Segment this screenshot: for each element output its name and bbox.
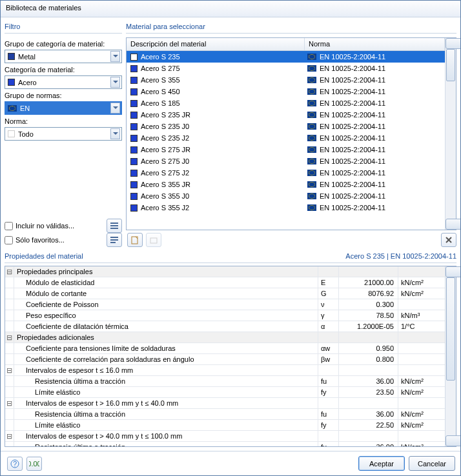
property-name: Resistencia última a tracción — [14, 442, 318, 446]
property-value: 36.00 — [339, 376, 398, 386]
eu-flag-icon — [8, 105, 17, 112]
property-value: 0.950 — [339, 343, 398, 353]
include-invalid-checkbox[interactable] — [5, 222, 13, 230]
property-name: Peso específico — [14, 310, 318, 321]
property-symbol: fy — [318, 420, 339, 430]
scroll-thumb[interactable] — [446, 49, 455, 81]
material-desc: Acero S 235 — [141, 53, 180, 61]
material-row[interactable]: Acero S 355 J0EN 10025-2:2004-11 — [127, 190, 445, 202]
property-row: Módulo de elasticidadE21000.00kN/cm² — [5, 277, 445, 288]
ok-button[interactable]: Aceptar — [358, 456, 405, 471]
list-check-icon — [110, 235, 119, 244]
material-row[interactable]: Acero S 235 JREN 10025-2:2004-11 — [127, 109, 445, 121]
property-value: 36.00 — [339, 409, 398, 419]
filter-title: Filtro — [5, 21, 122, 34]
chevron-down-icon — [110, 103, 120, 114]
property-symbol: G — [318, 288, 339, 299]
material-row[interactable]: Acero S 235 J0EN 10025-2:2004-11 — [127, 121, 445, 132]
material-row[interactable]: Acero S 355EN 10025-2:2004-11 — [127, 74, 445, 86]
material-norm: EN 10025-2:2004-11 — [320, 146, 385, 154]
scroll-thumb[interactable] — [446, 277, 455, 381]
property-symbol: ν — [318, 299, 339, 310]
svg-rect-7 — [150, 238, 157, 243]
svg-rect-0 — [110, 223, 118, 224]
material-toolbar — [126, 233, 456, 247]
col-norm[interactable]: Norma — [305, 38, 445, 50]
new-material-button[interactable] — [127, 233, 143, 247]
property-row: ⊟Propiedades adicionales — [5, 332, 445, 343]
property-name: Resistencia última a tracción — [14, 409, 318, 419]
material-desc: Acero S 235 J0 — [141, 123, 189, 130]
cancel-button[interactable]: Cancelar — [409, 456, 455, 471]
new-file-icon — [130, 235, 139, 244]
property-unit: kN/cm² — [398, 387, 445, 397]
material-row[interactable]: Acero S 235 J2EN 10025-2:2004-11 — [127, 132, 445, 144]
category-combo[interactable]: Acero — [5, 75, 122, 89]
upper-area: Filtro Grupo de categoría de material: M… — [5, 21, 456, 247]
col-description[interactable]: Descripción del material — [127, 38, 305, 50]
material-swatch — [130, 54, 138, 61]
property-value: 0.300 — [339, 299, 398, 310]
property-name: Coeficiente de dilatación térmica — [14, 321, 318, 332]
group-category-label: Grupo de categoría de material: — [5, 40, 122, 48]
property-symbol: α — [318, 321, 339, 332]
property-name: Intervalos de espesor t ≤ 16.0 mm — [14, 365, 318, 375]
property-row: Coeficiente de correlación para soldadur… — [5, 354, 445, 365]
material-row[interactable]: Acero S 355 J2EN 10025-2:2004-11 — [127, 202, 445, 213]
material-row[interactable]: Acero S 235EN 10025-2:2004-11 — [127, 51, 445, 63]
group-category-combo[interactable]: Metal — [5, 50, 122, 63]
vertical-scrollbar[interactable] — [445, 38, 456, 230]
material-row[interactable]: Acero S 185EN 10025-2:2004-11 — [127, 97, 445, 109]
material-desc: Acero S 355 J2 — [141, 204, 189, 212]
props-vertical-scrollbar[interactable] — [445, 266, 456, 446]
selected-material-info: Acero S 235 | EN 10025-2:2004-11 — [345, 252, 456, 260]
steel-swatch — [8, 79, 15, 86]
units-button[interactable]: 0.00 — [26, 457, 42, 471]
only-favorites-checkbox[interactable] — [5, 236, 13, 244]
category-value: Acero — [18, 79, 37, 86]
scroll-down-button[interactable] — [446, 219, 460, 230]
units-icon: 0.00 — [29, 459, 39, 468]
property-name: Intervalos de espesor t > 16.0 mm y t ≤ … — [14, 398, 318, 408]
material-norm: EN 10025-2:2004-11 — [320, 64, 385, 72]
only-favorites-check[interactable]: Sólo favoritos... — [5, 236, 65, 244]
scroll-up-button[interactable] — [446, 38, 460, 49]
material-norm: EN 10025-2:2004-11 — [320, 204, 385, 212]
properties-grid: ⊟Propiedades principalesMódulo de elasti… — [5, 266, 445, 446]
property-unit: kN/m³ — [398, 310, 445, 321]
import-button[interactable] — [146, 233, 161, 247]
material-desc: Acero S 275 J0 — [141, 157, 189, 165]
scroll-down-button[interactable] — [446, 435, 460, 446]
property-value: 8076.92 — [339, 288, 398, 299]
material-row[interactable]: Acero S 450EN 10025-2:2004-11 — [127, 86, 445, 97]
norms-group-value: EN — [20, 104, 30, 112]
material-swatch — [130, 135, 138, 142]
material-desc: Acero S 355 J0 — [141, 192, 189, 200]
material-desc: Acero S 355 — [141, 76, 180, 84]
material-row[interactable]: Acero S 355 JREN 10025-2:2004-11 — [127, 179, 445, 190]
svg-text:?: ? — [13, 460, 17, 468]
property-unit — [398, 343, 445, 353]
material-row[interactable]: Acero S 275EN 10025-2:2004-11 — [127, 63, 445, 74]
svg-rect-3 — [110, 237, 118, 238]
help-button[interactable]: ? — [7, 457, 23, 471]
norms-group-combo[interactable]: EN — [5, 101, 122, 115]
delete-button[interactable] — [441, 233, 456, 247]
include-invalid-check[interactable]: Incluir no válidas... — [5, 222, 74, 230]
norm-value: Todo — [18, 130, 34, 138]
property-name: Resistencia última a tracción — [14, 376, 318, 386]
scroll-up-button[interactable] — [446, 266, 460, 277]
svg-rect-1 — [110, 225, 118, 226]
metal-swatch — [8, 53, 15, 60]
eu-flag-icon — [307, 193, 316, 199]
material-row[interactable]: Acero S 275 J2EN 10025-2:2004-11 — [127, 167, 445, 179]
norm-combo[interactable]: Todo — [5, 127, 122, 141]
property-symbol: fu — [318, 409, 339, 419]
material-swatch — [130, 77, 138, 84]
filter-options-button[interactable] — [107, 219, 122, 233]
property-row: ⊟Propiedades principales — [5, 266, 445, 277]
favorites-options-button[interactable] — [107, 233, 122, 247]
material-row[interactable]: Acero S 275 JREN 10025-2:2004-11 — [127, 144, 445, 155]
material-row[interactable]: Acero S 275 J0EN 10025-2:2004-11 — [127, 155, 445, 167]
property-row: Límite elásticofy23.50kN/cm² — [5, 387, 445, 398]
